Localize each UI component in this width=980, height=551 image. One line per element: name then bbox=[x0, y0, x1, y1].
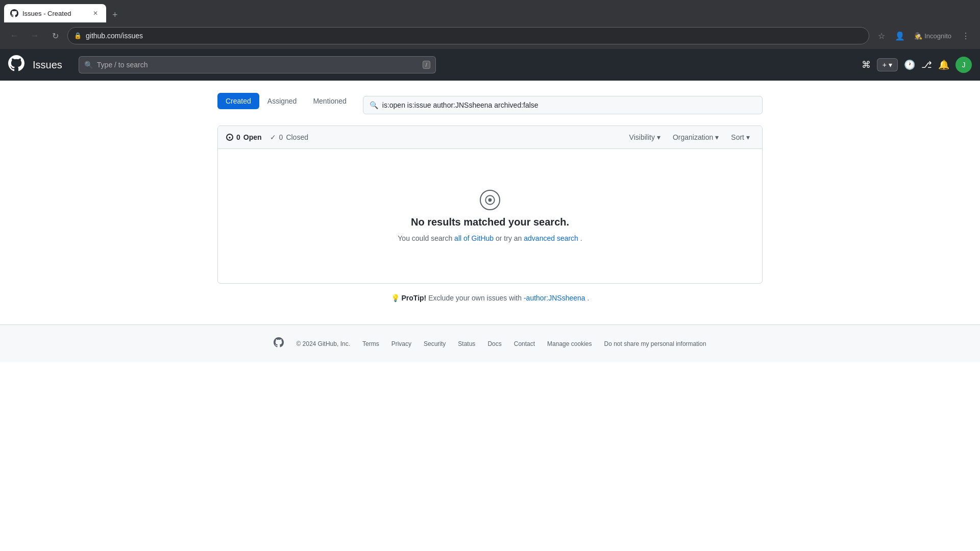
bookmark-button[interactable]: ☆ bbox=[873, 28, 890, 44]
lightbulb-icon: 💡 bbox=[391, 294, 400, 302]
issues-filters: Visibility ▾ Organization ▾ Sort ▾ bbox=[625, 131, 754, 143]
lock-icon: 🔒 bbox=[74, 32, 82, 39]
search-icon-small: 🔍 bbox=[370, 101, 378, 109]
empty-subtitle-middle: or try an bbox=[496, 234, 524, 242]
footer-copyright: © 2024 GitHub, Inc. bbox=[296, 340, 350, 347]
global-search[interactable]: 🔍 Type / to search / bbox=[79, 56, 436, 73]
search-placeholder: Type / to search bbox=[97, 61, 419, 69]
open-count-item[interactable]: ● 0 Open bbox=[226, 133, 262, 141]
all-github-link[interactable]: all of GitHub bbox=[454, 234, 494, 242]
protip-text-suffix: . bbox=[587, 294, 589, 302]
clock-icon[interactable]: 🕐 bbox=[904, 59, 915, 70]
tab-created[interactable]: Created bbox=[217, 93, 259, 109]
empty-subtitle: You could search all of GitHub or try an… bbox=[398, 234, 582, 242]
forward-button[interactable]: → bbox=[27, 28, 43, 44]
profile-button[interactable]: 👤 bbox=[892, 28, 908, 44]
url-display: github.com/issues bbox=[86, 32, 863, 40]
incognito-icon: 🕵 bbox=[914, 32, 922, 40]
advanced-search-link[interactable]: advanced search bbox=[524, 234, 578, 242]
footer-logo bbox=[274, 337, 284, 350]
footer-privacy-link[interactable]: Privacy bbox=[391, 340, 411, 347]
protip-link[interactable]: -author:JNSsheena bbox=[524, 294, 585, 302]
tab-assigned[interactable]: Assigned bbox=[259, 93, 305, 109]
nav-bar: ← → ↻ 🔒 github.com/issues ☆ 👤 🕵 Incognit… bbox=[0, 22, 980, 49]
footer-privacy-info-link[interactable]: Do not share my personal information bbox=[604, 340, 706, 347]
protip-label: ProTip! bbox=[402, 294, 427, 302]
protip: 💡 ProTip! Exclude your own issues with -… bbox=[217, 284, 763, 312]
issues-container: ● 0 Open ✓ 0 Closed Visibility bbox=[217, 126, 763, 284]
filter-tabs: Created Assigned Mentioned bbox=[217, 93, 355, 109]
footer-terms-link[interactable]: Terms bbox=[362, 340, 379, 347]
open-count: 0 bbox=[236, 133, 240, 141]
search-icon: 🔍 bbox=[84, 61, 93, 69]
closed-count: 0 bbox=[279, 133, 283, 141]
sort-filter[interactable]: Sort ▾ bbox=[727, 131, 754, 143]
footer-security-link[interactable]: Security bbox=[424, 340, 446, 347]
tab-mentioned[interactable]: Mentioned bbox=[305, 93, 354, 109]
github-logo[interactable] bbox=[8, 55, 24, 74]
organization-chevron-icon: ▾ bbox=[715, 133, 719, 141]
check-icon: ✓ bbox=[270, 133, 276, 141]
back-button[interactable]: ← bbox=[6, 28, 22, 44]
header-actions: ⌘ + ▾ 🕐 ⎇ 🔔 J bbox=[862, 57, 972, 73]
footer-docs-link[interactable]: Docs bbox=[487, 340, 501, 347]
visibility-label: Visibility bbox=[629, 133, 655, 141]
create-button[interactable]: + ▾ bbox=[877, 58, 898, 71]
tab-title: Issues - Created bbox=[22, 10, 87, 17]
sort-label: Sort bbox=[731, 133, 744, 141]
visibility-chevron-icon: ▾ bbox=[657, 133, 660, 141]
github-header: Issues 🔍 Type / to search / ⌘ + ▾ 🕐 ⎇ 🔔 … bbox=[0, 49, 980, 81]
nav-actions: ☆ 👤 🕵 Incognito ⋮ bbox=[873, 28, 974, 44]
active-tab[interactable]: Issues - Created ✕ bbox=[4, 4, 106, 22]
address-bar[interactable]: 🔒 github.com/issues bbox=[67, 27, 869, 44]
create-dropdown-arrow: ▾ bbox=[889, 61, 892, 69]
svg-point-1 bbox=[489, 199, 492, 202]
organization-label: Organization bbox=[673, 133, 713, 141]
empty-state: No results matched your search. You coul… bbox=[218, 149, 762, 283]
page-content: Issues 🔍 Type / to search / ⌘ + ▾ 🕐 ⎇ 🔔 … bbox=[0, 49, 980, 551]
empty-title: No results matched your search. bbox=[411, 216, 569, 228]
tab-bar: Issues - Created ✕ + bbox=[0, 0, 980, 22]
issues-counts: ● 0 Open ✓ 0 Closed bbox=[226, 133, 625, 141]
incognito-button[interactable]: 🕵 Incognito bbox=[910, 30, 955, 42]
inbox-icon[interactable]: 🔔 bbox=[938, 59, 949, 70]
footer: © 2024 GitHub, Inc. Terms Privacy Securi… bbox=[0, 324, 980, 362]
terminal-icon[interactable]: ⌘ bbox=[862, 59, 871, 70]
empty-state-icon bbox=[480, 190, 500, 210]
open-icon: ● bbox=[226, 134, 233, 141]
main-container: Created Assigned Mentioned 🔍 ● 0 bbox=[209, 81, 771, 324]
search-shortcut-kbd: / bbox=[423, 61, 430, 69]
menu-button[interactable]: ⋮ bbox=[958, 28, 974, 44]
empty-subtitle-prefix: You could search bbox=[398, 234, 454, 242]
pull-request-icon[interactable]: ⎇ bbox=[921, 59, 932, 70]
organization-filter[interactable]: Organization ▾ bbox=[669, 131, 723, 143]
new-tab-button[interactable]: + bbox=[108, 8, 122, 22]
footer-content: © 2024 GitHub, Inc. Terms Privacy Securi… bbox=[8, 337, 972, 350]
footer-contact-link[interactable]: Contact bbox=[514, 340, 535, 347]
closed-count-item[interactable]: ✓ 0 Closed bbox=[270, 133, 308, 141]
sort-chevron-icon: ▾ bbox=[746, 133, 750, 141]
page-title: Issues bbox=[33, 59, 62, 71]
footer-cookies-link[interactable]: Manage cookies bbox=[547, 340, 592, 347]
issues-search-input[interactable] bbox=[382, 101, 756, 109]
issues-search-bar[interactable]: 🔍 bbox=[363, 96, 763, 114]
reload-button[interactable]: ↻ bbox=[47, 28, 63, 44]
visibility-filter[interactable]: Visibility ▾ bbox=[625, 131, 665, 143]
closed-label: Closed bbox=[286, 133, 308, 141]
protip-text-prefix: Exclude your own issues with bbox=[428, 294, 524, 302]
tab-favicon bbox=[10, 9, 18, 17]
open-label: Open bbox=[243, 133, 262, 141]
footer-status-link[interactable]: Status bbox=[458, 340, 475, 347]
issues-header: ● 0 Open ✓ 0 Closed Visibility bbox=[218, 126, 762, 149]
plus-icon: + bbox=[883, 61, 887, 69]
incognito-label: Incognito bbox=[924, 32, 951, 40]
tab-close-button[interactable]: ✕ bbox=[91, 9, 100, 18]
empty-subtitle-suffix: . bbox=[580, 234, 582, 242]
avatar[interactable]: J bbox=[955, 57, 972, 73]
